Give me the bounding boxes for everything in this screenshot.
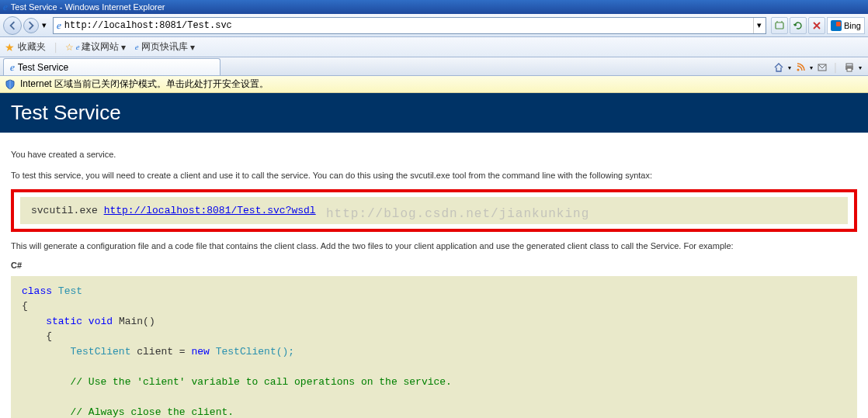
favorites-star-icon[interactable]: ★ bbox=[5, 41, 15, 54]
tab-test-service[interactable]: e Test Service bbox=[3, 58, 220, 75]
command-bar: ▾ ▾ │ ▾ bbox=[768, 60, 865, 75]
svg-rect-0 bbox=[776, 22, 783, 29]
page-content: You have created a service. To test this… bbox=[0, 133, 868, 418]
chevron-down-icon: ▾ bbox=[190, 42, 195, 53]
information-bar[interactable]: Internet 区域当前已关闭保护模式。单击此处打开安全设置。 bbox=[0, 76, 868, 93]
mail-button[interactable] bbox=[814, 60, 830, 75]
ie-icon: e bbox=[9, 61, 15, 74]
fav-item-label: 建议网站 bbox=[82, 40, 119, 54]
print-button[interactable] bbox=[842, 60, 857, 75]
chevron-down-icon[interactable]: ▾ bbox=[810, 64, 813, 71]
home-button[interactable] bbox=[771, 60, 786, 75]
url-dropdown[interactable]: ▾ bbox=[753, 18, 766, 33]
chevron-down-icon: ▾ bbox=[121, 42, 126, 53]
forward-button[interactable] bbox=[23, 18, 39, 33]
bing-icon bbox=[831, 20, 842, 31]
feeds-button[interactable] bbox=[793, 60, 808, 75]
favorites-label[interactable]: 收藏夹 bbox=[18, 40, 46, 54]
address-bar[interactable]: e ▾ bbox=[53, 17, 766, 34]
svg-rect-3 bbox=[846, 64, 852, 66]
chevron-down-icon[interactable]: ▾ bbox=[859, 64, 862, 71]
url-input[interactable] bbox=[64, 19, 753, 33]
chevron-down-icon[interactable]: ▾ bbox=[788, 64, 791, 71]
favorites-item-suggested[interactable]: ☆ e 建议网站 ▾ bbox=[62, 39, 129, 55]
svcutil-cmd-text: svcutil.exe bbox=[31, 205, 104, 216]
csharp-code-example: class Test { static void Main() { TestCl… bbox=[11, 276, 857, 419]
tab-title: Test Service bbox=[18, 62, 214, 73]
shield-icon bbox=[5, 79, 16, 90]
favorites-item-webslice[interactable]: e 网页快讯库 ▾ bbox=[132, 39, 197, 55]
star-mini-icon: ☆ bbox=[65, 42, 74, 53]
tab-strip: e Test Service ▾ ▾ │ ▾ bbox=[0, 57, 868, 76]
page-title: Test Service bbox=[11, 101, 857, 125]
fav-item-label: 网页快讯库 bbox=[141, 40, 188, 54]
search-engine-label: Bing bbox=[844, 21, 861, 30]
search-box[interactable]: Bing bbox=[827, 17, 865, 34]
wsdl-link[interactable]: http://localhost:8081/Test.svc?wsdl bbox=[104, 205, 316, 216]
after-command-text: This will generate a configuration file … bbox=[11, 240, 857, 253]
svg-rect-5 bbox=[847, 68, 852, 71]
back-button[interactable] bbox=[3, 16, 22, 35]
highlighted-command-box: svcutil.exe http://localhost:8081/Test.s… bbox=[11, 189, 857, 232]
test-instructions: To test this service, you will need to c… bbox=[11, 169, 857, 182]
language-label: C# bbox=[11, 261, 857, 270]
window-title-bar: e Test Service - Windows Internet Explor… bbox=[0, 0, 868, 14]
page-header: Test Service bbox=[0, 93, 868, 133]
nav-history-dropdown[interactable]: ▾ bbox=[40, 20, 48, 30]
ie-icon: e bbox=[3, 1, 8, 13]
svcutil-command: svcutil.exe http://localhost:8081/Test.s… bbox=[20, 197, 848, 224]
info-bar-text: Internet 区域当前已关闭保护模式。单击此处打开安全设置。 bbox=[20, 78, 269, 91]
stop-button[interactable] bbox=[808, 17, 825, 34]
favorites-bar: ★ 收藏夹 │ ☆ e 建议网站 ▾ e 网页快讯库 ▾ bbox=[0, 37, 868, 57]
page-icon: e bbox=[57, 19, 61, 32]
svg-point-1 bbox=[797, 69, 800, 71]
window-title-text: Test Service - Windows Internet Explorer bbox=[11, 2, 165, 12]
intro-text: You have created a service. bbox=[11, 148, 857, 161]
refresh-button[interactable] bbox=[790, 17, 807, 34]
navigation-toolbar: ▾ e ▾ Bing bbox=[0, 14, 868, 37]
compat-view-button[interactable] bbox=[771, 17, 788, 34]
